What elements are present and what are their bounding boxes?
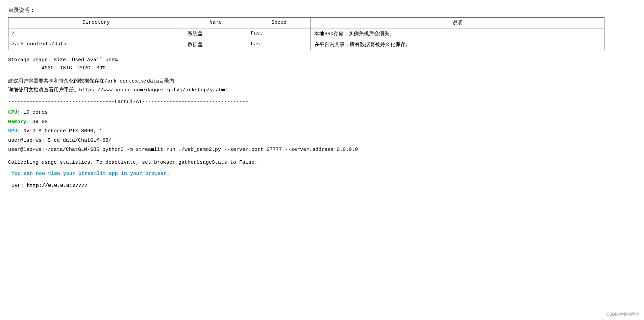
gpu-rest: : NVIDIA GeForce RTX 3090, 1 (17, 128, 102, 134)
cmd1-line: user@lsp-ws:~$ cd data/ChatGLM-6B/ (8, 136, 636, 145)
divider-line: -----------------------------------Lanru… (8, 99, 636, 105)
url-label: URL: (11, 183, 24, 189)
storage-header: Size Used Avail Use% (54, 57, 118, 63)
table-row: /ark-contexts/data 数据盘 Fast 在平台内共享，所有数据将… (8, 39, 604, 50)
cmd2-line: user@lsp-ws:~/data/ChatGLM-6B$ python3 -… (8, 145, 636, 154)
cpu-label: CPU (8, 110, 17, 115)
cell-speed-1: Fast (247, 28, 311, 39)
storage-values: 493G 181G 292G 39% (8, 65, 105, 71)
col-header-name: Name (184, 18, 247, 28)
memory-line: Memory: 39 GB (8, 118, 636, 127)
streamlit-notice: You can now view your Streamlit app in y… (8, 171, 636, 177)
memory-label: Memory (8, 119, 26, 125)
gpu-line: GPU: NVIDIA GeForce RTX 3090, 1 (8, 127, 636, 136)
note-line2: 详细使用文档请查看用户手册。https://www.yuque.com/dagg… (8, 87, 228, 93)
url-value: http://0.0.0.0:27777 (27, 183, 88, 189)
footer-watermark: CSDN @孟福同学 (606, 312, 639, 317)
cell-directory-2: /ark-contexts/data (8, 39, 184, 50)
url-line: URL: http://0.0.0.0:27777 (8, 181, 636, 190)
col-header-speed: Speed (247, 18, 311, 28)
cell-desc-2: 在平台内共享，所有数据将被持久化保存。 (311, 39, 604, 50)
gpu-label-highlight: GPU (8, 128, 17, 134)
memory-value: : 39 GB (26, 119, 48, 125)
col-header-directory: Directory (8, 18, 184, 28)
cell-speed-2: Fast (247, 39, 311, 50)
cpu-line: CPU: 10 cores (8, 108, 636, 117)
cell-name-1: 系统盘 (184, 28, 247, 39)
directory-table: Directory Name Speed 说明 / 系统盘 Fast 本地SSD… (8, 17, 604, 50)
section-title: 目录说明： (8, 7, 636, 14)
cell-name-2: 数据盘 (184, 39, 247, 50)
storage-block: Storage Usage: Size Used Avail Use% 493G… (8, 56, 636, 72)
note-block: 建议用户将需要共享和持久化的数据保存在/ark-contexts/data目录内… (8, 77, 636, 94)
collecting-line: Collecting usage statistics. To deactiva… (8, 158, 636, 167)
cell-desc-1: 本地SSD存储，实例关机后会消失。 (311, 28, 604, 39)
storage-label: Storage Usage: (8, 57, 51, 63)
cell-directory-1: / (8, 28, 184, 39)
note-line1: 建议用户将需要共享和持久化的数据保存在/ark-contexts/data目录内… (8, 78, 179, 84)
table-row: / 系统盘 Fast 本地SSD存储，实例关机后会消失。 (8, 28, 604, 39)
col-header-description: 说明 (311, 18, 604, 28)
cpu-value: : 10 cores (17, 110, 48, 115)
